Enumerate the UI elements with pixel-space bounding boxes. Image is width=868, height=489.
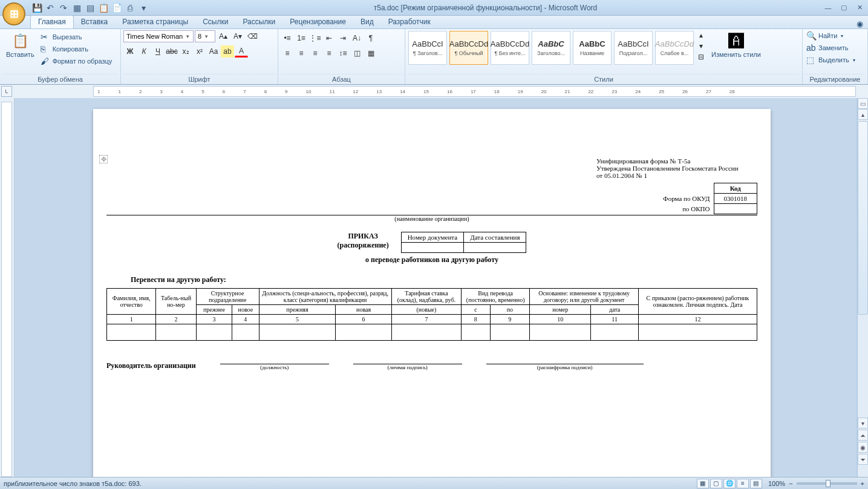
zoom-out-button[interactable]: − (789, 480, 792, 487)
style-no-spacing[interactable]: AaBbCcDd¶ Без инте... (491, 31, 529, 65)
print-layout-view[interactable]: ▦ (697, 479, 709, 488)
numbering-button[interactable]: 1≡ (295, 32, 308, 44)
ruler-toggle-icon[interactable]: ▭ (858, 98, 868, 109)
clear-format-button[interactable]: ⌫ (246, 30, 259, 42)
shrink-font-button[interactable]: A▾ (231, 30, 244, 42)
ruler-corner[interactable]: L (1, 86, 12, 97)
qat-icon[interactable]: ⎙ (125, 2, 135, 13)
code-table: Код Форма по ОКУД0301018 по ОКПО (653, 183, 757, 214)
outdent-button[interactable]: ⇤ (322, 32, 336, 44)
style-subtle[interactable]: AaBbCcDdСлабое в... (655, 31, 694, 65)
close-button[interactable]: ✕ (853, 4, 866, 12)
outline-view[interactable]: ≡ (737, 479, 749, 488)
horizontal-ruler[interactable]: 1123456789101112131415161718192021222324… (93, 86, 856, 97)
font-size-combo[interactable]: 8▼ (195, 30, 215, 42)
tab-page-layout[interactable]: Разметка страницы (115, 16, 195, 28)
tab-view[interactable]: Вид (353, 16, 381, 28)
minimize-button[interactable]: — (822, 4, 834, 12)
bold-button[interactable]: Ж (123, 45, 137, 57)
browse-object-icon[interactable]: ◉ (858, 442, 868, 453)
style-heading[interactable]: AaBbCcI¶ Заголов... (408, 31, 447, 65)
align-center-button[interactable]: ≡ (295, 47, 308, 59)
font-color-button[interactable]: A (235, 45, 248, 57)
styles-up-icon[interactable]: ▴ (697, 30, 705, 40)
window-title: т5а.doc [Режим ограниченной функциональн… (149, 4, 822, 12)
redo-icon[interactable]: ↷ (58, 2, 69, 13)
replace-icon: ab (806, 43, 816, 53)
qat-more-icon[interactable]: ▾ (138, 2, 149, 13)
style-title[interactable]: AaBbCНазвание (573, 31, 612, 65)
borders-button[interactable]: ▦ (364, 47, 377, 59)
draft-view[interactable]: ▤ (750, 479, 762, 488)
subscript-button[interactable]: x₂ (179, 45, 192, 57)
tab-review[interactable]: Рецензирование (282, 16, 353, 28)
qat-icon[interactable]: 📄 (111, 2, 122, 13)
vertical-ruler[interactable] (0, 98, 15, 477)
tab-mailings[interactable]: Рассылки (235, 16, 282, 28)
zoom-in-button[interactable]: + (861, 480, 864, 487)
change-styles-button[interactable]: 🅰 Изменить стили (708, 30, 765, 59)
copy-icon: ⎘ (41, 44, 50, 54)
grow-font-button[interactable]: A▴ (217, 30, 230, 42)
tab-insert[interactable]: Вставка (74, 16, 116, 28)
sort-button[interactable]: A↓ (350, 32, 364, 44)
group-label-paragraph: Абзац (281, 74, 402, 83)
restore-button[interactable]: ▢ (838, 4, 850, 12)
find-button[interactable]: 🔍Найти▾ (805, 30, 844, 41)
bullets-button[interactable]: •≡ (281, 32, 294, 44)
doc-title: ПРИКАЗ (338, 232, 389, 241)
full-screen-view[interactable]: ▢ (710, 479, 722, 488)
tab-developer[interactable]: Разработчик (381, 16, 438, 28)
scroll-up-icon[interactable]: ▴ (858, 109, 868, 120)
chevron-down-icon: ▼ (204, 34, 209, 39)
line-spacing-button[interactable]: ↕≡ (336, 47, 350, 59)
view-buttons: ▦ ▢ 🌐 ≡ ▤ (697, 479, 762, 488)
page[interactable]: ✥ Унифицированная форма № Т-5а Утвержден… (93, 109, 771, 477)
underline-button[interactable]: Ч (151, 45, 165, 57)
tab-home[interactable]: Главная (30, 15, 74, 28)
replace-button[interactable]: abЗаменить (805, 42, 849, 53)
align-right-button[interactable]: ≡ (308, 47, 322, 59)
vertical-scrollbar[interactable]: ▭ ▴ ▾ ⏶ ◉ ⏷ (857, 98, 868, 477)
web-layout-view[interactable]: 🌐 (723, 479, 736, 488)
multilevel-button[interactable]: ⋮≡ (308, 32, 322, 44)
highlight-button[interactable]: ab (221, 45, 234, 57)
scroll-thumb[interactable] (858, 121, 868, 315)
styles-more-icon[interactable]: ⊟ (697, 52, 705, 62)
format-painter-button[interactable]: 🖌Формат по образцу (39, 56, 114, 67)
cut-button[interactable]: ✂Вырезать (39, 31, 114, 42)
format-painter-icon: 🖌 (41, 56, 50, 66)
tab-references[interactable]: Ссылки (195, 16, 235, 28)
justify-button[interactable]: ≡ (322, 47, 336, 59)
copy-button[interactable]: ⎘Копировать (39, 44, 114, 54)
strike-button[interactable]: abc (165, 45, 178, 57)
save-icon[interactable]: 💾 (31, 2, 42, 13)
font-name-combo[interactable]: Times New Roman▼ (123, 30, 194, 42)
zoom-slider[interactable] (797, 482, 857, 485)
align-left-button[interactable]: ≡ (281, 47, 294, 59)
table-move-handle[interactable]: ✥ (99, 155, 108, 163)
next-page-icon[interactable]: ⏷ (858, 454, 868, 465)
change-case-button[interactable]: Aa (207, 45, 220, 57)
italic-button[interactable]: К (137, 45, 151, 57)
scroll-down-icon[interactable]: ▾ (858, 418, 868, 428)
help-icon[interactable]: ◉ (857, 19, 863, 28)
style-normal[interactable]: AaBbCcDd¶ Обычный (449, 31, 488, 65)
prev-page-icon[interactable]: ⏶ (858, 430, 868, 441)
indent-button[interactable]: ⇥ (336, 32, 350, 44)
qat-icon[interactable]: 📋 (98, 2, 109, 13)
find-icon: 🔍 (806, 31, 816, 41)
select-button[interactable]: ⬚Выделить▾ (805, 54, 857, 65)
show-marks-button[interactable]: ¶ (364, 32, 377, 44)
qat-icon[interactable]: ▤ (85, 2, 96, 13)
styles-down-icon[interactable]: ▾ (697, 41, 705, 51)
qat-icon[interactable]: ▦ (71, 2, 82, 13)
shading-button[interactable]: ◫ (350, 47, 364, 59)
office-button[interactable]: ⊞ (2, 2, 25, 25)
undo-icon[interactable]: ↶ (45, 2, 56, 13)
document-area[interactable]: ✥ Унифицированная форма № Т-5а Утвержден… (0, 98, 856, 477)
paste-button[interactable]: 📋 Вставить (2, 30, 38, 59)
style-heading1[interactable]: AaBbCЗаголово... (532, 31, 570, 65)
style-subtitle[interactable]: AaBbCcIПодзагол... (614, 31, 653, 65)
superscript-button[interactable]: x² (193, 45, 206, 57)
